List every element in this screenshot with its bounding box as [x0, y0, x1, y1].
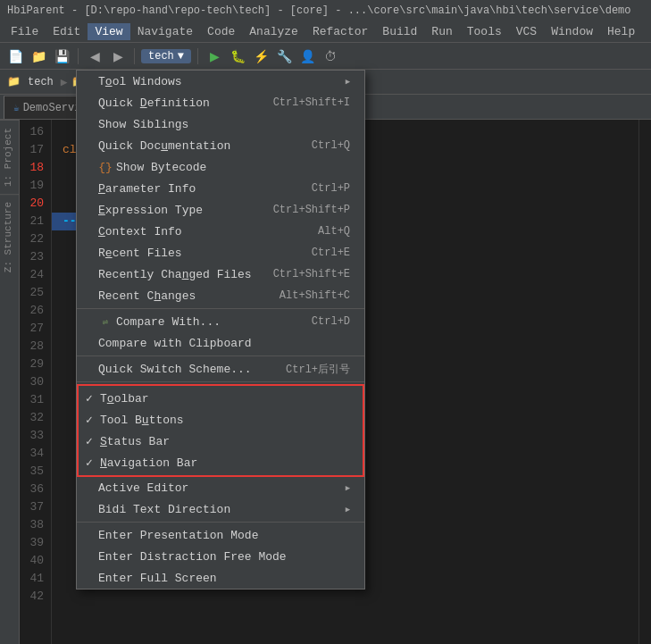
menu-vcs[interactable]: VCS: [509, 23, 544, 40]
menu-item-recent-changes[interactable]: Recent Changes Alt+Shift+C: [77, 285, 364, 306]
menu-item-context-info-label: Context Info: [98, 225, 296, 238]
panel-tab-structure[interactable]: Z: Structure: [0, 194, 19, 280]
menu-item-recent-files-shortcut: Ctrl+E: [312, 247, 350, 259]
menu-item-status-bar[interactable]: Status Bar: [79, 431, 363, 452]
menu-item-presentation-mode[interactable]: Enter Presentation Mode: [77, 524, 364, 546]
menu-item-quick-definition[interactable]: Quick Definition Ctrl+Shift+I: [77, 92, 364, 113]
line-num-31: 31: [27, 391, 44, 409]
toolbar-save[interactable]: 💾: [52, 46, 71, 66]
line-num-32: 32: [27, 409, 44, 427]
menu-item-active-editor[interactable]: Active Editor: [77, 477, 364, 498]
menu-item-show-bytecode[interactable]: {} Show Bytecode: [77, 156, 364, 178]
menu-edit[interactable]: Edit: [46, 23, 88, 40]
line-num-22: 22: [27, 230, 44, 248]
menu-item-quick-definition-label: Quick Definition: [98, 96, 252, 110]
line-num-23: 23: [27, 248, 44, 266]
title-bar: HbiParent - [D:\repo-hand\repo-tech\tech…: [0, 0, 651, 21]
menu-code[interactable]: Code: [200, 23, 242, 40]
toolbar-new[interactable]: 📄: [5, 46, 25, 66]
toolbar-more3[interactable]: ⏱: [321, 46, 340, 66]
menu-item-show-siblings[interactable]: Show Siblings: [77, 113, 364, 135]
line-num-35: 35: [27, 463, 44, 481]
menu-file[interactable]: File: [4, 23, 46, 40]
view-dropdown: Tool Windows Quick Definition Ctrl+Shift…: [76, 70, 365, 590]
menu-item-context-info[interactable]: Context Info Alt+Q: [77, 221, 364, 242]
menu-navigate[interactable]: Navigate: [130, 23, 200, 40]
line-num-26: 26: [27, 302, 44, 320]
menu-item-compare-with-label: Compare With...: [116, 315, 290, 329]
menu-item-bidi[interactable]: Bidi Text Direction: [77, 498, 364, 520]
toolbar-back[interactable]: ◀: [85, 46, 104, 66]
tab-demoimpl-icon: ☕: [13, 102, 20, 113]
menu-item-bidi-label: Bidi Text Direction: [98, 503, 346, 516]
menu-build[interactable]: Build: [375, 23, 424, 40]
line-num-37: 37: [27, 498, 44, 516]
project-badge-arrow: ▼: [178, 50, 184, 63]
menu-item-tool-windows-label: Tool Windows: [98, 75, 324, 88]
menu-item-active-editor-label: Active Editor: [98, 481, 346, 495]
menu-item-distraction-free-label: Enter Distraction Free Mode: [98, 550, 350, 564]
menu-item-recent-files-label: Recent Files: [98, 247, 290, 260]
line-num-34: 34: [27, 445, 44, 463]
menu-item-quick-switch[interactable]: Quick Switch Scheme... Ctrl+后引号: [77, 358, 364, 380]
line-num-20: 20: [27, 195, 44, 213]
toolbar-more2[interactable]: 👤: [297, 46, 317, 66]
panel-tab-project[interactable]: 1: Project: [0, 120, 19, 194]
menu-item-fullscreen-label: Enter Full Screen: [98, 572, 350, 585]
menu-window[interactable]: Window: [544, 23, 600, 40]
line-num-25: 25: [27, 284, 44, 302]
menu-item-expr-type[interactable]: Expression Type Ctrl+Shift+P: [77, 199, 364, 221]
line-num-17: 17: [27, 141, 44, 159]
menu-item-recent-changed-shortcut: Ctrl+Shift+E: [273, 268, 350, 280]
menu-item-expr-type-label: Expression Type: [98, 204, 252, 217]
line-num-16: 16: [27, 123, 44, 141]
menu-item-fullscreen[interactable]: Enter Full Screen: [77, 567, 364, 589]
menu-item-presentation-mode-label: Enter Presentation Mode: [98, 529, 350, 542]
menu-tools[interactable]: Tools: [460, 23, 509, 40]
menu-item-compare-clipboard[interactable]: Compare with Clipboard: [77, 332, 364, 354]
menu-item-tool-windows[interactable]: Tool Windows: [77, 71, 364, 92]
project-badge[interactable]: tech ▼: [141, 49, 191, 63]
menu-run[interactable]: Run: [424, 23, 459, 40]
menu-item-compare-with-shortcut: Ctrl+D: [312, 315, 350, 328]
menu-item-tool-buttons-label: Tool Buttons: [100, 414, 327, 427]
toolbar-build-btn[interactable]: ⚡: [251, 46, 271, 66]
toolbar-sep3: [197, 48, 198, 64]
menu-item-status-bar-label: Status Bar: [100, 435, 327, 448]
line-num-40: 40: [27, 552, 44, 570]
toolbar: 📄 📁 💾 ◀ ▶ tech ▼ ▶ 🐛 ⚡ 🔧 👤 ⏱: [0, 43, 651, 70]
menu-item-recent-files[interactable]: Recent Files Ctrl+E: [77, 242, 364, 263]
menu-item-quick-switch-label: Quick Switch Scheme...: [98, 363, 264, 376]
menu-item-recent-changed[interactable]: Recently Changed Files Ctrl+Shift+E: [77, 263, 364, 285]
menu-item-quick-doc[interactable]: Quick Documentation Ctrl+Q: [77, 135, 364, 156]
line-num-41: 41: [27, 570, 44, 588]
toolbar-more1[interactable]: 🔧: [274, 46, 294, 66]
line-num-38: 38: [27, 516, 44, 534]
menu-item-param-info[interactable]: Parameter Info Ctrl+P: [77, 178, 364, 199]
menu-item-distraction-free[interactable]: Enter Distraction Free Mode: [77, 546, 364, 567]
separator-4: [77, 522, 364, 523]
menu-analyze[interactable]: Analyze: [242, 23, 305, 40]
toolbar-open[interactable]: 📁: [29, 46, 48, 66]
menu-help[interactable]: Help: [600, 23, 642, 40]
menu-item-compare-with[interactable]: ⇌ Compare With... Ctrl+D: [77, 311, 364, 332]
menu-item-toolbar[interactable]: Toolbar: [79, 388, 363, 409]
menu-item-context-info-shortcut: Alt+Q: [318, 225, 350, 238]
toolbar-debug[interactable]: 🐛: [228, 46, 247, 66]
view-dropdown-menu: Tool Windows Quick Definition Ctrl+Shift…: [76, 70, 365, 590]
menu-view[interactable]: View: [88, 23, 129, 40]
menu-item-recent-changed-label: Recently Changed Files: [98, 268, 252, 281]
menu-refactor[interactable]: Refactor: [305, 23, 375, 40]
line-numbers: 16 17 18 19 20 21 22 23 24 25 26 27 28 2…: [20, 120, 52, 644]
line-num-29: 29: [27, 355, 44, 373]
project-badge-label: tech: [148, 50, 174, 63]
menu-item-tool-buttons[interactable]: Tool Buttons: [79, 409, 363, 431]
toolbar-run[interactable]: ▶: [204, 46, 224, 66]
nav-crumb-tech[interactable]: tech: [24, 74, 57, 90]
menu-item-nav-bar-label: Navigation Bar: [100, 456, 327, 470]
menu-item-toolbar-label: Toolbar: [100, 392, 327, 406]
menu-item-quick-definition-shortcut: Ctrl+Shift+I: [273, 96, 350, 109]
menu-item-nav-bar[interactable]: Navigation Bar: [79, 452, 363, 473]
toolbar-forward[interactable]: ▶: [108, 46, 128, 66]
bytecode-icon: {}: [98, 160, 113, 174]
